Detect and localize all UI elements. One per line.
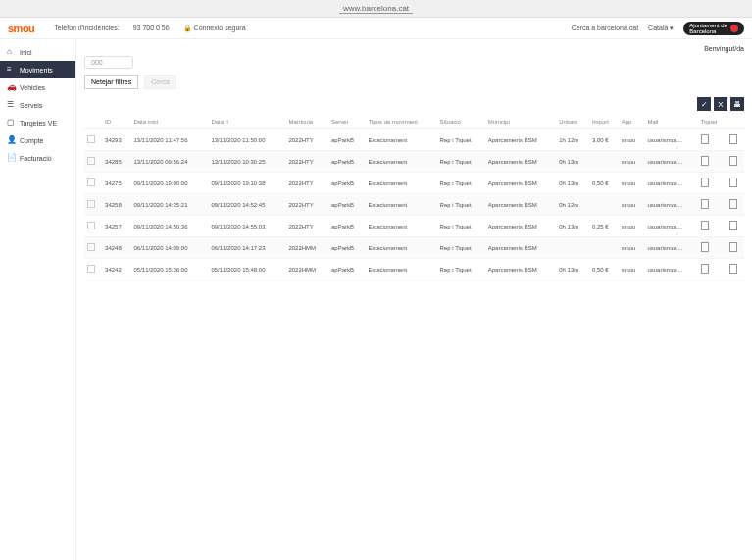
search-button: Cerca [144,75,176,89]
cell: Aparcaments BSM [485,237,556,259]
cell: usuarismou... [644,129,697,151]
cell: 09/11/2020 19:00:00 [130,173,208,194]
cell: smou [619,173,645,194]
row-checkbox[interactable] [87,200,95,208]
sidebar-item-label: Targetes VE [20,120,57,127]
ticket-icon[interactable] [701,242,709,252]
cell [84,237,102,259]
row-checkbox[interactable] [87,265,95,273]
greeting-text: Benvingut/da [84,45,744,52]
cell: Estacionament [366,129,437,151]
cell: smou [619,194,645,216]
cell: 0,50 € [589,259,619,280]
ticket-icon[interactable] [701,199,709,209]
col-header[interactable]: Data inici [130,115,208,129]
cell: 13/11/2020 09:56:24 [130,151,208,173]
col-header[interactable]: ID [102,115,130,129]
col-header[interactable]: App [619,115,645,129]
sidebar-item-moviments[interactable]: ≡Moviments [0,61,75,78]
cell: 0h 12m [556,194,589,216]
cell: 0h 13m [556,259,589,280]
col-header[interactable] [727,115,744,129]
cell: 13/11/2020 11:50:00 [208,129,285,151]
col-header[interactable]: Situació [437,115,485,129]
row-checkbox[interactable] [87,178,95,186]
row-checkbox[interactable] [87,243,95,251]
col-header[interactable]: Tipus de moviment [366,115,437,129]
ticket-icon[interactable] [701,134,709,144]
cell: Estacionament [366,173,437,194]
global-search[interactable]: Cerca a barcelona.cat [572,25,638,31]
confirm-button[interactable]: ✓ [697,97,711,111]
cell: 09/11/2020 14:50:36 [130,216,208,237]
ticket-icon[interactable] [701,264,709,274]
cell [84,216,102,237]
lang-selector[interactable]: Català ▾ [648,25,674,32]
sidebar-item-inici[interactable]: ⌂Inici [0,43,75,61]
cell: apParkB [328,216,366,237]
sidebar-item-compte[interactable]: 👤Compte [0,131,75,149]
cell [727,216,744,237]
cell: smou [619,216,645,237]
cell [84,259,102,280]
sidebar-item-label: Serveis [20,102,42,109]
sidebar-item-facturació[interactable]: 📄Facturació [0,149,75,167]
doc-icon[interactable] [729,264,737,274]
cell: apParkB [328,151,366,173]
doc-icon[interactable] [729,156,737,166]
col-header[interactable]: Unitats [556,115,589,129]
sidebar-item-vehicles[interactable]: 🚗Vehicles [0,78,75,96]
col-header[interactable]: Data fi [208,115,285,129]
row-checkbox[interactable] [87,157,95,165]
ticket-icon[interactable] [701,156,709,166]
cell: apParkB [328,129,366,151]
cell [727,237,744,259]
cell: 13/11/2020 11:47:56 [130,129,208,151]
cell: 2022HTY [285,151,328,173]
export-excel-button[interactable]: X [714,97,727,111]
row-checkbox[interactable] [87,135,95,143]
col-header[interactable]: Matrícula [285,115,328,129]
cell [698,173,727,194]
cell: apParkB [328,173,366,194]
col-header[interactable]: Servei [328,115,366,129]
cell: Rep i Tiquet [437,194,485,216]
cell: 34257 [102,216,130,237]
sidebar-item-label: Compte [20,137,44,144]
cell [727,259,744,280]
city-badge: Ajuntament deBarcelona [683,22,744,35]
col-header[interactable]: Tiquet [698,115,727,129]
col-header[interactable]: Municipi [485,115,556,129]
cell: smou [619,259,645,280]
col-header[interactable]: Mail [644,115,697,129]
sidebar-icon: ⌂ [7,48,15,56]
doc-icon[interactable] [729,134,737,144]
col-header[interactable] [84,115,102,129]
doc-icon[interactable] [729,242,737,252]
table-row: 3424806/11/2020 14:09:0006/11/2020 14:17… [84,237,744,259]
cell: 05/11/2020 15:48:00 [208,259,285,280]
row-checkbox[interactable] [87,222,95,229]
sidebar-item-serveis[interactable]: ☰Serveis [0,96,75,114]
cell [698,259,727,280]
browser-address-bar[interactable]: www.barcelona.cat [0,0,752,18]
cell [556,237,589,259]
doc-icon[interactable] [729,178,737,187]
cell: 34242 [102,259,130,280]
sidebar-item-targetes ve[interactable]: ▢Targetes VE [0,114,75,131]
clear-filters-button[interactable]: Netejar filtres [84,75,138,89]
doc-icon[interactable] [729,221,737,230]
ticket-icon[interactable] [701,221,709,230]
table-row: 3425709/11/2020 14:50:3609/11/2020 14:55… [84,216,744,237]
search-input[interactable]: 000 [84,56,133,69]
cell: usuarismou... [644,151,697,173]
cell: 34275 [102,173,130,194]
cell: usuarismou... [644,259,697,280]
ticket-icon[interactable] [701,178,709,187]
cell: 0,50 € [589,173,619,194]
print-button[interactable]: 🖶 [730,97,744,111]
cell: 2022HTY [285,216,328,237]
doc-icon[interactable] [729,199,737,209]
cell: Aparcaments BSM [485,173,556,194]
col-header[interactable]: Import [589,115,619,129]
